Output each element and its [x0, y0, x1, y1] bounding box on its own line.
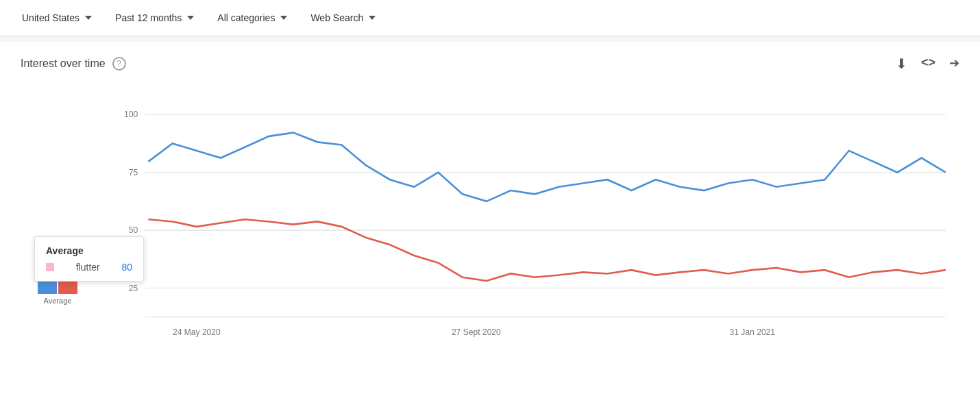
region-dropdown-arrow [85, 16, 92, 20]
chart-container: 100 75 50 25 24 May 2020 27 Sept 2020 31… [21, 86, 959, 346]
share-icon[interactable]: ➔ [949, 55, 959, 72]
tooltip-row: flutter 80 [46, 262, 132, 273]
region-dropdown[interactable]: United States [14, 7, 100, 29]
time-period-label: Past 12 months [115, 12, 182, 23]
search-type-label: Web Search [310, 12, 363, 23]
search-type-dropdown-arrow [369, 16, 376, 20]
embed-icon[interactable]: <> [921, 55, 935, 72]
chart-title: Interest over time [21, 58, 106, 70]
search-type-dropdown[interactable]: Web Search [302, 7, 384, 29]
filter-bar: United States Past 12 months All categor… [0, 0, 980, 36]
svg-text:31 Jan 2021: 31 Jan 2021 [730, 327, 776, 337]
time-period-dropdown[interactable]: Past 12 months [107, 7, 202, 29]
line-chart-svg: 100 75 50 25 24 May 2020 27 Sept 2020 31… [21, 86, 959, 346]
region-label: United States [22, 12, 79, 23]
svg-text:50: 50 [129, 225, 138, 235]
chart-actions: ⬇ <> ➔ [896, 55, 959, 72]
category-dropdown-arrow [280, 16, 287, 20]
svg-text:100: 100 [124, 110, 138, 119]
time-period-dropdown-arrow [187, 16, 194, 20]
tooltip-value: 80 [121, 262, 132, 273]
tooltip-box: Average flutter 80 [34, 236, 144, 282]
chart-header: Interest over time ? ⬇ <> ➔ [21, 55, 959, 72]
svg-text:25: 25 [129, 284, 138, 293]
category-dropdown[interactable]: All categories [209, 7, 295, 29]
download-icon[interactable]: ⬇ [896, 55, 907, 72]
section-divider [0, 36, 980, 42]
svg-text:75: 75 [129, 168, 138, 177]
tooltip-dot [46, 263, 54, 271]
tooltip-label: flutter [76, 262, 100, 273]
category-label: All categories [217, 12, 275, 23]
bar-group-label: Average [44, 297, 72, 305]
svg-text:27 Sept 2020: 27 Sept 2020 [452, 327, 501, 337]
chart-section: Interest over time ? ⬇ <> ➔ 100 75 50 25 [0, 42, 980, 360]
tooltip-title: Average [46, 245, 132, 256]
svg-text:24 May 2020: 24 May 2020 [173, 327, 221, 337]
help-icon[interactable]: ? [112, 57, 126, 71]
chart-title-area: Interest over time ? [21, 57, 126, 71]
